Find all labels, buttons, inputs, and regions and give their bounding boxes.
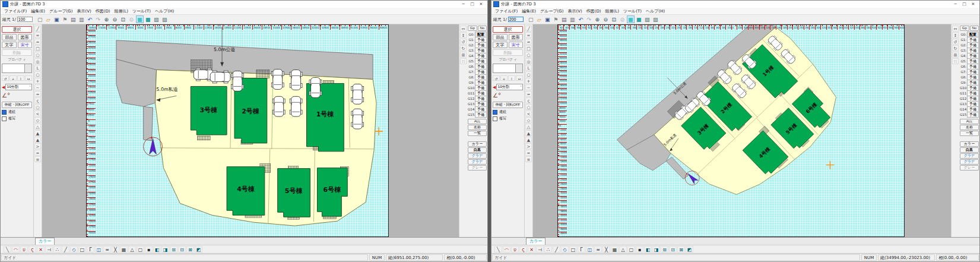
maximize-button[interactable]: □ — [960, 1, 969, 8]
drawing-sheet[interactable]: 3号棟2号棟1号棟4号棟5号棟6号棟5.0m公道5.0m私道 -16500-14… — [86, 24, 389, 237]
canvas-viewport[interactable]: 3号棟2号棟1号棟4号棟5号棟6号棟5.0m公道5.0m私道 -62000-60… — [533, 24, 951, 237]
rotate-view-icon[interactable]: ↺ — [952, 39, 959, 45]
close-button[interactable]: ✕ — [477, 1, 486, 8]
save-icon[interactable]: ▣ — [544, 15, 551, 23]
fit-view-icon[interactable]: ⊞ — [952, 52, 959, 58]
color-mode-button[interactable]: カラー — [468, 141, 487, 147]
flag-icon[interactable]: ⚑ — [552, 15, 560, 23]
view-mode-2-icon[interactable]: ▨ — [161, 15, 169, 23]
wave-tool-icon[interactable]: ≈ — [34, 39, 41, 45]
zoom-out-icon[interactable]: ⊖ — [111, 15, 119, 23]
menu-item[interactable]: ツール(T) — [131, 8, 152, 14]
menu-item[interactable]: 表示(V) — [566, 8, 583, 14]
print-icon[interactable]: ▥ — [569, 15, 576, 23]
menu-item[interactable]: グループ(G) — [48, 8, 74, 14]
pan-horizontal-icon[interactable]: ↔ — [952, 26, 959, 31]
gp-row[interactable]: G15:予備 — [960, 112, 979, 117]
menu-item[interactable]: ヘルプ(H) — [154, 8, 175, 14]
divide-count-select[interactable]: 10分割 ˅ — [5, 84, 32, 90]
double-circle-tool-icon[interactable]: ◎ — [525, 58, 532, 64]
new-file-icon[interactable]: ▢ — [527, 15, 535, 23]
corner-box-icon[interactable]: ◩ — [686, 246, 693, 252]
car[interactable] — [309, 78, 322, 98]
gp-name-button[interactable]: 名称 — [468, 125, 487, 130]
arc-icon[interactable]: ◠ — [503, 246, 510, 252]
menu-item[interactable]: ファイル(F) — [494, 8, 519, 14]
arc-tool-icon[interactable]: ○ — [525, 104, 532, 110]
print-preview-icon[interactable]: ▤ — [69, 15, 77, 23]
minimize-button[interactable]: ─ — [951, 1, 960, 8]
move-icon[interactable]: + — [500, 75, 508, 81]
hatch-tool-icon[interactable]: ≡ — [34, 156, 41, 162]
mono-mode-button[interactable]: 白黒 — [468, 147, 487, 153]
property-expand-button[interactable] — [515, 64, 522, 72]
move-icon[interactable]: + — [9, 75, 17, 81]
ellipse-tool-icon[interactable]: ○ — [525, 71, 532, 77]
spline-icon[interactable]: ς — [28, 246, 36, 252]
zoom-prev-icon[interactable]: ⊙ — [128, 15, 135, 23]
print-icon[interactable]: ▥ — [78, 15, 85, 23]
menu-item[interactable]: ファイル(F) — [3, 8, 28, 14]
save-icon[interactable]: ▣ — [53, 15, 61, 23]
triangle-tool-icon[interactable]: △ — [34, 124, 41, 130]
triangle-icon[interactable]: △ — [128, 246, 136, 252]
property-box[interactable] — [493, 64, 523, 73]
erase-icon[interactable]: ✕ — [528, 246, 535, 252]
vertical-flip-icon[interactable]: I — [508, 75, 515, 81]
undo-icon[interactable]: ↶ — [577, 15, 585, 23]
zoom-out-icon[interactable]: ⊖ — [602, 15, 610, 23]
corner-box-icon[interactable]: ◩ — [195, 246, 202, 252]
rect-tool-icon[interactable]: □ — [525, 45, 532, 51]
property-box[interactable] — [2, 64, 32, 73]
zoom-in-icon[interactable]: ⊕ — [594, 15, 601, 23]
angle-snap-icon[interactable]: ∠° — [2, 92, 10, 99]
triangle-icon[interactable]: △ — [619, 246, 627, 252]
canvas-viewport[interactable]: 3号棟2号棟1号棟4号棟5号棟6号棟5.0m公道5.0m私道 -16500-14… — [42, 24, 459, 237]
no-sort-button[interactable]: No — [478, 26, 487, 31]
gp-name-button[interactable]: 名称 — [960, 125, 979, 130]
cross-box-icon[interactable]: ⊠ — [677, 246, 685, 252]
copy-checkbox[interactable] — [2, 116, 7, 121]
equal-tool-icon[interactable]: = — [525, 150, 532, 156]
layer-view-icon[interactable]: ■ — [635, 15, 643, 23]
minus-box-icon[interactable]: ⊟ — [669, 246, 677, 252]
spline-tool-icon[interactable]: ≈ — [525, 91, 532, 97]
triangle-tool-icon[interactable]: △ — [525, 124, 532, 130]
rotate-icon[interactable]: ↺ — [2, 75, 9, 81]
gp-row-label[interactable]: 予備 — [967, 112, 979, 118]
wave-tool-icon[interactable]: ≈ — [525, 39, 532, 45]
half-right-icon[interactable]: ◨ — [652, 246, 660, 252]
plus-box-icon[interactable]: ⊞ — [170, 246, 177, 252]
square-icon[interactable]: ▢ — [627, 246, 635, 252]
shape-button[interactable]: 図形 — [509, 34, 524, 40]
delete-button[interactable]: 削除 — [493, 49, 523, 56]
solid-triangle-tool-icon[interactable]: ▲ — [525, 130, 532, 136]
roof-tool-icon[interactable]: ▲ — [525, 137, 532, 143]
diamond-tool-icon[interactable]: ◇ — [34, 117, 41, 123]
points-icon[interactable]: ∴ — [544, 246, 552, 252]
roof-tool-icon[interactable]: ▲ — [34, 137, 41, 143]
pan-vertical-icon[interactable]: ↕ — [952, 32, 959, 38]
open-folder-icon[interactable]: ▱ — [535, 15, 543, 23]
gp-list-button[interactable]: 一覧 — [960, 131, 979, 136]
plus-box-icon[interactable]: ⊞ — [661, 246, 668, 252]
rectangle-icon[interactable]: □ — [78, 246, 86, 252]
cross-lines-icon[interactable]: ╳ — [112, 246, 119, 252]
fill-icon[interactable]: ▪ — [145, 246, 153, 252]
car[interactable] — [271, 70, 284, 90]
text-button[interactable]: 文字 — [493, 42, 508, 48]
redo-icon[interactable]: ↷ — [585, 15, 593, 23]
site-plan[interactable]: 3号棟2号棟1号棟4号棟5号棟6号棟5.0m公道5.0m私道 — [116, 27, 376, 226]
line-tool-icon[interactable]: ╱ — [525, 26, 532, 31]
rotate-view-icon[interactable]: ↺ — [460, 39, 467, 45]
grade2-mode-button[interactable]: グラデ — [468, 159, 487, 165]
print-preview-icon[interactable]: ▤ — [560, 15, 568, 23]
grade-mode-button[interactable]: グラデ — [960, 153, 979, 159]
zoom-extent-icon[interactable]: ⊡ — [119, 15, 127, 23]
circle-tool-icon[interactable]: ○ — [34, 52, 41, 58]
cross-box-icon[interactable]: ⊠ — [186, 246, 194, 252]
gray-mode-button[interactable]: グレー — [468, 165, 487, 171]
pan-horizontal-icon[interactable]: ↔ — [460, 26, 467, 31]
car[interactable] — [290, 70, 302, 90]
redo-icon[interactable]: ↷ — [94, 15, 102, 23]
